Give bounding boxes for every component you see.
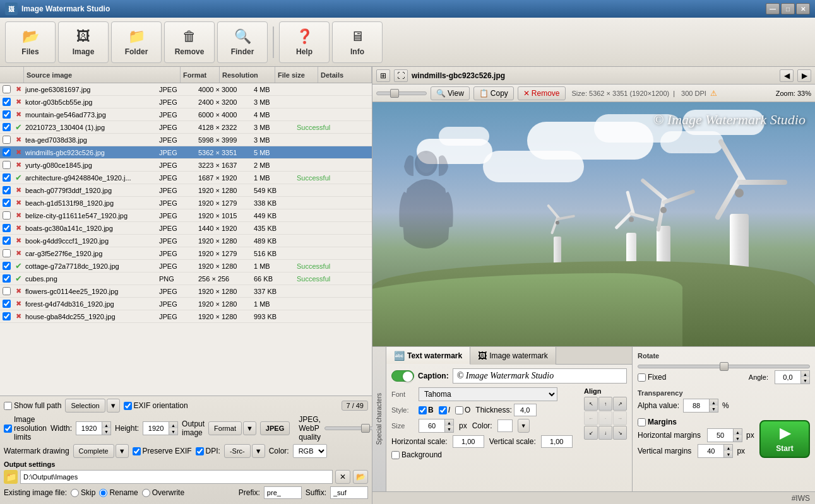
show-full-path-checkbox[interactable]: Show full path (4, 401, 61, 410)
alpha-input[interactable] (684, 399, 709, 412)
size-input[interactable] (419, 419, 444, 432)
file-checkbox[interactable] (0, 98, 13, 106)
background-checkbox[interactable]: Background (391, 450, 442, 459)
file-checkbox[interactable] (0, 136, 13, 144)
dpi-dropdown[interactable]: ▼ (252, 444, 265, 458)
maximize-button[interactable]: □ (781, 3, 795, 15)
toolbar-remove-button[interactable]: 🗑 Remove (164, 21, 215, 63)
table-row[interactable]: ✖belize-city-g11611e547_1920.jpgJPEG1920… (0, 209, 372, 222)
complete-button[interactable]: Complete (73, 444, 114, 458)
file-checkbox[interactable] (0, 312, 13, 320)
table-row[interactable]: ✔architecture-g94248840e_1920.j...JPEG16… (0, 172, 372, 184)
italic-input[interactable] (439, 406, 447, 414)
table-row[interactable]: ✖yurty-g080ce1845.jpgJPEG3223 × 16372 MB (0, 159, 372, 172)
start-button[interactable]: ▶ Start (759, 420, 810, 458)
minimize-button[interactable]: — (766, 3, 780, 15)
h-margins-up[interactable]: ▲ (733, 429, 742, 435)
alpha-down-arrow[interactable]: ▼ (709, 406, 718, 412)
dpi-value-button[interactable]: -Src- (224, 444, 251, 458)
alpha-up-arrow[interactable]: ▲ (709, 399, 718, 406)
alpha-spinner[interactable]: ▲ ▼ (683, 399, 718, 413)
output-path-input[interactable] (20, 470, 333, 484)
prefix-input[interactable] (264, 486, 302, 499)
file-checkbox[interactable] (0, 262, 13, 270)
table-row[interactable]: ✖forest-g4d74db316_1920.jpgJPEG1920 × 12… (0, 298, 372, 310)
align-middle-right[interactable]: → (613, 411, 627, 425)
file-checkbox[interactable] (0, 123, 13, 131)
table-row[interactable]: ✖book-g4dd9cccf1_1920.jpgJPEG1920 × 1280… (0, 235, 372, 247)
v-margins-down[interactable]: ▼ (723, 451, 732, 457)
file-checkbox[interactable] (0, 148, 13, 156)
browse-path-button[interactable]: 📂 (353, 470, 368, 484)
exif-orientation-input[interactable] (124, 402, 132, 410)
image-watermark-tab[interactable]: 🖼 Image watermark (470, 347, 556, 365)
file-list[interactable]: ✖june-ge63081697.jpgJPEG4000 × 30004 MB✖… (0, 83, 372, 396)
height-spinner[interactable]: ▲ ▼ (143, 421, 178, 435)
italic-checkbox[interactable]: I (439, 406, 450, 414)
expand-preview-button[interactable]: ⊞ (376, 69, 390, 82)
file-checkbox[interactable] (0, 300, 13, 308)
v-margins-spinner[interactable]: ▲ ▼ (698, 444, 733, 458)
margins-input[interactable] (638, 418, 646, 426)
background-input[interactable] (391, 451, 400, 459)
v-margins-up[interactable]: ▲ (723, 445, 732, 451)
toolbar-help-button[interactable]: ❓ Help (279, 21, 330, 63)
align-middle-left[interactable]: ← (584, 411, 598, 425)
v-margins-input[interactable] (698, 445, 723, 457)
caption-input[interactable] (453, 368, 627, 384)
angle-down-arrow[interactable]: ▼ (800, 377, 809, 384)
toolbar-info-button[interactable]: 🖥 Info (332, 21, 383, 63)
file-checkbox[interactable] (0, 249, 13, 257)
color-dropdown[interactable]: ▼ (518, 419, 530, 433)
file-checkbox[interactable] (0, 110, 13, 119)
size-up-arrow[interactable]: ▲ (444, 419, 453, 426)
image-resolution-limits-input[interactable] (4, 425, 12, 433)
zoom-slider[interactable] (376, 91, 427, 95)
dpi-input[interactable] (196, 447, 204, 455)
table-row[interactable]: ✖beach-g1d5131f98_1920.jpgJPEG1920 × 127… (0, 197, 372, 209)
file-checkbox[interactable] (0, 224, 13, 232)
table-row[interactable]: ✖kotor-g03b5cb55e.jpgJPEG2400 × 32003 MB (0, 96, 372, 108)
file-checkbox[interactable] (0, 287, 13, 295)
align-top-left[interactable]: ↖ (584, 397, 598, 411)
height-down-arrow[interactable]: ▼ (169, 428, 177, 435)
file-checkbox[interactable] (0, 199, 13, 207)
selection-button[interactable]: Selection (65, 399, 105, 413)
exif-orientation-checkbox[interactable]: EXIF orientation (124, 401, 188, 410)
file-checkbox[interactable] (0, 161, 13, 169)
angle-spinner[interactable]: ▲ ▼ (775, 370, 810, 384)
format-button[interactable]: Format (208, 421, 242, 435)
copy-button[interactable]: 📋 Copy (473, 86, 514, 100)
next-image-button[interactable]: ▶ (797, 69, 811, 82)
text-watermark-tab[interactable]: 🔤 Text watermark (386, 347, 470, 365)
rename-radio-label[interactable]: Rename (99, 488, 138, 497)
h-margins-down[interactable]: ▼ (733, 435, 742, 442)
table-row[interactable]: ✖mountain-ge546ad773.jpgJPEG6000 × 40004… (0, 108, 372, 121)
h-scale-input[interactable] (453, 435, 484, 448)
angle-up-arrow[interactable]: ▲ (800, 371, 809, 377)
table-row[interactable]: ✔cubes.pngPNG256 × 25666 KBSuccessful (0, 273, 372, 285)
align-center[interactable]: · (598, 411, 612, 425)
skip-radio-label[interactable]: Skip (71, 488, 95, 497)
color-swatch[interactable] (497, 419, 513, 432)
suffix-input[interactable] (330, 486, 368, 499)
size-down-arrow[interactable]: ▼ (444, 426, 453, 432)
preserve-exif-input[interactable] (133, 447, 141, 455)
rotate-slider[interactable] (638, 365, 810, 368)
color-select[interactable]: RGB (293, 444, 327, 458)
special-chars-panel[interactable]: Special characters (372, 347, 386, 491)
width-down-arrow[interactable]: ▼ (102, 428, 110, 435)
table-row[interactable]: ✔20210723_130404 (1).jpgJPEG4128 × 23223… (0, 121, 372, 134)
width-input[interactable] (76, 422, 102, 435)
overwrite-radio[interactable] (142, 489, 150, 497)
table-row[interactable]: ✔cottage-g72a7718dc_1920.jpgJPEG1920 × 1… (0, 260, 372, 273)
align-top-center[interactable]: ↑ (598, 397, 612, 411)
fullscreen-preview-button[interactable]: ⛶ (394, 69, 408, 82)
font-select[interactable]: Tahoma (419, 387, 557, 401)
toolbar-image-button[interactable]: 🖼 Image (58, 21, 109, 63)
remove-preview-button[interactable]: ✕ Remove (518, 86, 566, 100)
preview-area[interactable]: © Image Watermark Studio (372, 102, 815, 346)
align-bottom-center[interactable]: ↓ (598, 426, 612, 440)
fixed-input[interactable] (638, 373, 646, 382)
bold-input[interactable] (419, 406, 427, 414)
